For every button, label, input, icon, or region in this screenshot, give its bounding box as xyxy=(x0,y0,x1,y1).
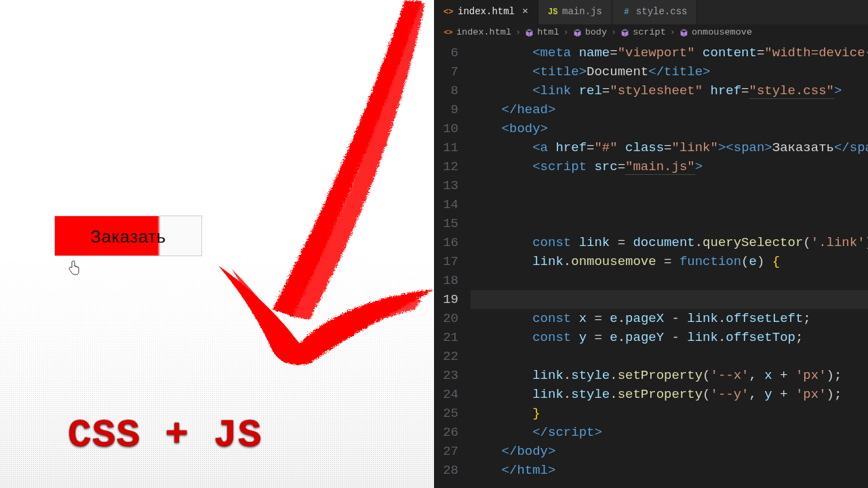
tab-label: index.html xyxy=(458,5,515,20)
breadcrumb-item[interactable]: script xyxy=(620,26,666,40)
line-number: 7 xyxy=(434,62,458,81)
line-number: 23 xyxy=(434,366,458,385)
code-line[interactable]: const x = e.pageX - link.offsetLeft; xyxy=(471,309,868,328)
tab-style-css[interactable]: #style.css xyxy=(612,0,698,24)
line-number: 8 xyxy=(434,81,458,100)
line-number: 12 xyxy=(434,157,458,176)
tab-label: style.css xyxy=(636,5,688,20)
breadcrumb[interactable]: <>index.html›html›body›script›onmousemov… xyxy=(434,24,868,42)
code-line[interactable]: </html> xyxy=(471,461,868,480)
line-number: 6 xyxy=(434,43,458,62)
line-number: 28 xyxy=(434,461,458,480)
line-number: 10 xyxy=(434,119,458,138)
line-number: 21 xyxy=(434,328,458,347)
chevron-right-icon: › xyxy=(611,26,616,40)
breadcrumb-label: html xyxy=(537,26,559,40)
code-line[interactable] xyxy=(471,214,868,233)
line-number: 18 xyxy=(434,271,458,290)
line-number: 11 xyxy=(434,138,458,157)
file-html-icon: <> xyxy=(443,28,453,37)
breadcrumb-item[interactable]: html xyxy=(525,26,559,40)
chevron-right-icon: › xyxy=(515,26,521,40)
caption-text: CSS + JS xyxy=(68,413,262,458)
line-number-gutter: 6789101112131415161718192021222324252627… xyxy=(434,43,471,488)
code-line[interactable]: <title>Document</title> xyxy=(471,62,868,81)
line-number: 26 xyxy=(434,423,458,442)
code-line[interactable] xyxy=(471,176,868,195)
code-line[interactable]: <a href="#" class="link"><span>Заказать<… xyxy=(471,138,868,157)
code-line[interactable]: <script src="main.js"> xyxy=(471,157,868,176)
line-number: 24 xyxy=(434,385,458,404)
code-line[interactable]: </body> xyxy=(471,442,868,461)
code-line[interactable]: </head> xyxy=(471,100,868,119)
code-content[interactable]: <meta name="viewport" content="width=dev… xyxy=(471,43,868,488)
line-number: 17 xyxy=(434,252,458,271)
tab-main-js[interactable]: JSmain.js xyxy=(538,0,612,24)
chevron-right-icon: › xyxy=(564,26,569,40)
line-number: 20 xyxy=(434,309,458,328)
line-number: 15 xyxy=(434,214,458,233)
breadcrumb-item[interactable]: onmousemove xyxy=(679,26,752,40)
code-line[interactable]: <body> xyxy=(471,119,868,138)
breadcrumb-item[interactable]: <>index.html xyxy=(443,26,511,40)
symbol-cube-icon xyxy=(573,28,582,37)
code-line[interactable]: link.style.setProperty('--y', y + 'px'); xyxy=(471,385,868,404)
symbol-cube-icon xyxy=(679,28,688,37)
preview-pane: Заказать CSS + JS xyxy=(0,0,434,488)
code-line[interactable] xyxy=(471,195,868,214)
code-line[interactable]: link.onmousemove = function(e) { xyxy=(471,252,868,271)
code-line[interactable]: <meta name="viewport" content="width=dev… xyxy=(471,43,868,62)
line-number: 19 xyxy=(434,290,458,309)
editor-tabbar: <>index.html×JSmain.js#style.css xyxy=(434,0,868,24)
order-button-label: Заказать xyxy=(55,216,201,257)
breadcrumb-label: onmousemove xyxy=(692,26,752,40)
line-number: 27 xyxy=(434,442,458,461)
code-line[interactable]: const y = e.pageY - link.offsetTop; xyxy=(471,328,868,347)
line-number: 14 xyxy=(434,195,458,214)
code-area[interactable]: 6789101112131415161718192021222324252627… xyxy=(434,42,868,488)
code-line[interactable] xyxy=(471,290,868,309)
line-number: 22 xyxy=(434,347,458,366)
code-editor: <>index.html×JSmain.js#style.css <>index… xyxy=(434,0,868,488)
code-line[interactable]: link.style.setProperty('--x', x + 'px'); xyxy=(471,366,868,385)
line-number: 9 xyxy=(434,100,458,119)
chevron-right-icon: › xyxy=(670,26,675,40)
breadcrumb-label: index.html xyxy=(456,26,511,40)
tab-label: main.js xyxy=(562,5,602,20)
code-line[interactable]: const link = document.querySelector('.li… xyxy=(471,233,868,252)
code-line[interactable]: <link rel="stylesheet" href="style.css"> xyxy=(471,81,868,100)
code-line[interactable]: </script> xyxy=(471,423,868,442)
file-js-icon: JS xyxy=(548,7,557,17)
file-css-icon: # xyxy=(622,7,631,17)
symbol-cube-icon xyxy=(620,28,629,37)
symbol-cube-icon xyxy=(525,28,534,37)
tab-index-html[interactable]: <>index.html× xyxy=(434,0,538,24)
close-icon[interactable]: × xyxy=(522,4,528,20)
line-number: 13 xyxy=(434,176,458,195)
pointer-cursor-icon xyxy=(68,260,80,275)
code-line[interactable]: } xyxy=(471,404,868,423)
breadcrumb-label: body xyxy=(585,26,607,40)
code-line[interactable] xyxy=(471,271,868,290)
breadcrumb-label: script xyxy=(633,26,666,40)
line-number: 16 xyxy=(434,233,458,252)
line-number: 25 xyxy=(434,404,458,423)
breadcrumb-item[interactable]: body xyxy=(573,26,607,40)
code-line[interactable] xyxy=(471,347,868,366)
file-html-icon: <> xyxy=(443,7,453,17)
order-button[interactable]: Заказать xyxy=(54,216,202,256)
